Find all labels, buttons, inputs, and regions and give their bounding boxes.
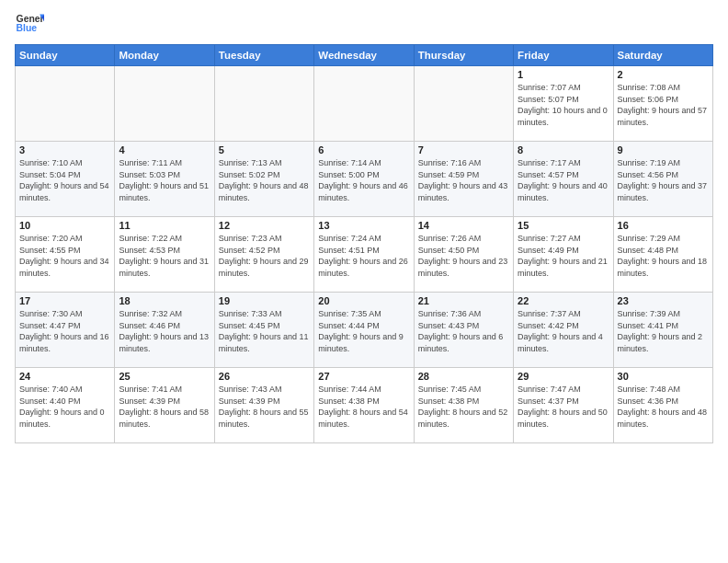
day-info: Sunrise: 7:17 AM Sunset: 4:57 PM Dayligh…: [518, 157, 609, 203]
calendar-cell: 24Sunrise: 7:40 AM Sunset: 4:40 PM Dayli…: [16, 368, 115, 443]
day-info: Sunrise: 7:22 AM Sunset: 4:53 PM Dayligh…: [119, 233, 210, 279]
day-number: 21: [418, 295, 509, 306]
weekday-header: Saturday: [613, 45, 712, 66]
calendar-cell: 18Sunrise: 7:32 AM Sunset: 4:46 PM Dayli…: [115, 293, 214, 368]
day-number: 3: [19, 144, 110, 155]
calendar-cell: 27Sunrise: 7:44 AM Sunset: 4:38 PM Dayli…: [314, 368, 414, 443]
calendar-cell: 19Sunrise: 7:33 AM Sunset: 4:45 PM Dayli…: [214, 293, 313, 368]
day-number: 18: [119, 295, 210, 306]
day-number: 11: [119, 220, 210, 231]
weekday-header: Sunday: [16, 45, 115, 66]
day-number: 19: [219, 295, 310, 306]
day-info: Sunrise: 7:43 AM Sunset: 4:39 PM Dayligh…: [219, 384, 310, 430]
day-number: 12: [219, 220, 310, 231]
calendar-cell: 26Sunrise: 7:43 AM Sunset: 4:39 PM Dayli…: [214, 368, 313, 443]
calendar-week-row: 17Sunrise: 7:30 AM Sunset: 4:47 PM Dayli…: [16, 293, 713, 368]
calendar-cell: [16, 66, 115, 142]
day-number: 8: [518, 144, 609, 155]
day-number: 1: [518, 69, 609, 80]
day-info: Sunrise: 7:36 AM Sunset: 4:43 PM Dayligh…: [418, 308, 509, 354]
day-number: 23: [618, 295, 709, 306]
day-info: Sunrise: 7:41 AM Sunset: 4:39 PM Dayligh…: [119, 384, 210, 430]
calendar-cell: 23Sunrise: 7:39 AM Sunset: 4:41 PM Dayli…: [613, 293, 712, 368]
calendar-cell: 29Sunrise: 7:47 AM Sunset: 4:37 PM Dayli…: [514, 368, 613, 443]
weekday-header: Wednesday: [314, 45, 414, 66]
weekday-header: Monday: [115, 45, 214, 66]
day-number: 20: [318, 295, 409, 306]
day-number: 13: [318, 220, 409, 231]
day-info: Sunrise: 7:07 AM Sunset: 5:07 PM Dayligh…: [518, 82, 609, 128]
day-info: Sunrise: 7:26 AM Sunset: 4:50 PM Dayligh…: [418, 233, 509, 279]
day-number: 28: [418, 371, 509, 382]
calendar-cell: [414, 66, 513, 142]
day-info: Sunrise: 7:33 AM Sunset: 4:45 PM Dayligh…: [219, 308, 310, 354]
day-number: 14: [418, 220, 509, 231]
day-number: 9: [618, 144, 709, 155]
header: General Blue: [15, 11, 713, 37]
day-info: Sunrise: 7:35 AM Sunset: 4:44 PM Dayligh…: [318, 308, 409, 354]
day-number: 22: [518, 295, 609, 306]
calendar-cell: [115, 66, 214, 142]
svg-text:Blue: Blue: [17, 23, 38, 33]
day-number: 15: [518, 220, 609, 231]
day-number: 29: [518, 371, 609, 382]
page: General Blue SundayMondayTuesdayWednesda…: [0, 0, 728, 563]
day-info: Sunrise: 7:45 AM Sunset: 4:38 PM Dayligh…: [418, 384, 509, 430]
weekday-header: Friday: [514, 45, 613, 66]
day-info: Sunrise: 7:47 AM Sunset: 4:37 PM Dayligh…: [518, 384, 609, 430]
calendar-cell: 3Sunrise: 7:10 AM Sunset: 5:04 PM Daylig…: [16, 142, 115, 217]
day-number: 7: [418, 144, 509, 155]
day-number: 2: [618, 69, 709, 80]
day-number: 10: [19, 220, 110, 231]
weekday-header: Thursday: [414, 45, 513, 66]
day-info: Sunrise: 7:13 AM Sunset: 5:02 PM Dayligh…: [219, 157, 310, 203]
logo: General Blue: [15, 11, 44, 37]
calendar-cell: 7Sunrise: 7:16 AM Sunset: 4:59 PM Daylig…: [414, 142, 513, 217]
day-info: Sunrise: 7:08 AM Sunset: 5:06 PM Dayligh…: [618, 82, 709, 128]
day-info: Sunrise: 7:19 AM Sunset: 4:56 PM Dayligh…: [618, 157, 709, 203]
calendar-cell: 15Sunrise: 7:27 AM Sunset: 4:49 PM Dayli…: [514, 217, 613, 293]
calendar-cell: 11Sunrise: 7:22 AM Sunset: 4:53 PM Dayli…: [115, 217, 214, 293]
day-number: 27: [318, 371, 409, 382]
day-number: 24: [19, 371, 110, 382]
calendar-header-row: SundayMondayTuesdayWednesdayThursdayFrid…: [16, 45, 713, 66]
calendar-cell: 4Sunrise: 7:11 AM Sunset: 5:03 PM Daylig…: [115, 142, 214, 217]
calendar-week-row: 3Sunrise: 7:10 AM Sunset: 5:04 PM Daylig…: [16, 142, 713, 217]
logo-icon: General Blue: [15, 11, 44, 37]
day-number: 25: [119, 371, 210, 382]
day-info: Sunrise: 7:20 AM Sunset: 4:55 PM Dayligh…: [19, 233, 110, 279]
calendar-cell: 16Sunrise: 7:29 AM Sunset: 4:48 PM Dayli…: [613, 217, 712, 293]
day-info: Sunrise: 7:44 AM Sunset: 4:38 PM Dayligh…: [318, 384, 409, 430]
day-number: 16: [618, 220, 709, 231]
day-number: 30: [618, 371, 709, 382]
calendar-cell: 22Sunrise: 7:37 AM Sunset: 4:42 PM Dayli…: [514, 293, 613, 368]
day-info: Sunrise: 7:29 AM Sunset: 4:48 PM Dayligh…: [618, 233, 709, 279]
day-info: Sunrise: 7:39 AM Sunset: 4:41 PM Dayligh…: [618, 308, 709, 354]
day-number: 17: [19, 295, 110, 306]
calendar-cell: 20Sunrise: 7:35 AM Sunset: 4:44 PM Dayli…: [314, 293, 414, 368]
day-info: Sunrise: 7:16 AM Sunset: 4:59 PM Dayligh…: [418, 157, 509, 203]
day-info: Sunrise: 7:11 AM Sunset: 5:03 PM Dayligh…: [119, 157, 210, 203]
calendar-cell: 8Sunrise: 7:17 AM Sunset: 4:57 PM Daylig…: [514, 142, 613, 217]
calendar-cell: 1Sunrise: 7:07 AM Sunset: 5:07 PM Daylig…: [514, 66, 613, 142]
svg-text:General: General: [17, 14, 44, 24]
calendar-cell: 14Sunrise: 7:26 AM Sunset: 4:50 PM Dayli…: [414, 217, 513, 293]
day-info: Sunrise: 7:48 AM Sunset: 4:36 PM Dayligh…: [618, 384, 709, 430]
calendar-week-row: 10Sunrise: 7:20 AM Sunset: 4:55 PM Dayli…: [16, 217, 713, 293]
day-info: Sunrise: 7:24 AM Sunset: 4:51 PM Dayligh…: [318, 233, 409, 279]
calendar-cell: [314, 66, 414, 142]
calendar-cell: 9Sunrise: 7:19 AM Sunset: 4:56 PM Daylig…: [613, 142, 712, 217]
day-number: 4: [119, 144, 210, 155]
day-number: 5: [219, 144, 310, 155]
calendar-cell: 21Sunrise: 7:36 AM Sunset: 4:43 PM Dayli…: [414, 293, 513, 368]
day-info: Sunrise: 7:37 AM Sunset: 4:42 PM Dayligh…: [518, 308, 609, 354]
calendar-cell: 17Sunrise: 7:30 AM Sunset: 4:47 PM Dayli…: [16, 293, 115, 368]
calendar-week-row: 24Sunrise: 7:40 AM Sunset: 4:40 PM Dayli…: [16, 368, 713, 443]
calendar-cell: [214, 66, 313, 142]
calendar: SundayMondayTuesdayWednesdayThursdayFrid…: [15, 44, 713, 443]
calendar-cell: 5Sunrise: 7:13 AM Sunset: 5:02 PM Daylig…: [214, 142, 313, 217]
day-number: 26: [219, 371, 310, 382]
day-info: Sunrise: 7:23 AM Sunset: 4:52 PM Dayligh…: [219, 233, 310, 279]
day-info: Sunrise: 7:32 AM Sunset: 4:46 PM Dayligh…: [119, 308, 210, 354]
calendar-cell: 13Sunrise: 7:24 AM Sunset: 4:51 PM Dayli…: [314, 217, 414, 293]
